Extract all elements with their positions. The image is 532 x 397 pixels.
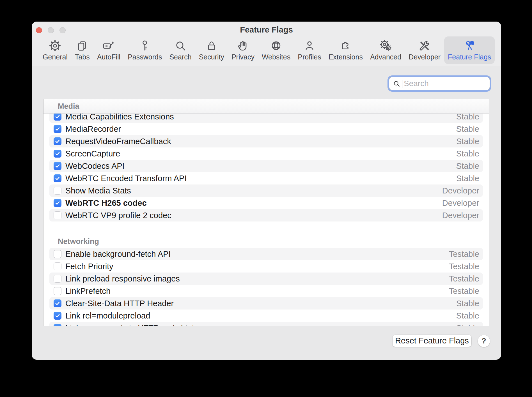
status-label: Stable <box>456 310 479 322</box>
tab-developer[interactable]: Developer <box>405 36 444 64</box>
feature-row: WebRTC Encoded Transform APIStable <box>43 172 489 184</box>
feature-checkbox[interactable] <box>54 312 61 320</box>
feature-checkbox[interactable] <box>54 275 61 283</box>
feature-row: WebCodecs APIStable <box>43 160 489 172</box>
status-label: Developer <box>442 197 479 209</box>
feature-row: Link preconnect via HTTP early hintsStab… <box>43 322 489 326</box>
status-label: Testable <box>449 285 479 297</box>
feature-row: WebRTC H265 codecDeveloper <box>43 197 489 209</box>
feature-label: WebCodecs API <box>65 160 125 172</box>
feature-checkbox[interactable] <box>54 162 61 170</box>
tab-label: Extensions <box>329 53 363 61</box>
tab-profiles[interactable]: Profiles <box>294 36 325 64</box>
tools-icon <box>418 39 431 53</box>
tab-label: Feature Flags <box>448 53 491 61</box>
desktop-background: Feature Flags GeneralTabsAutoFillPasswor… <box>0 0 532 397</box>
feature-row: Enable background-fetch APITestable <box>43 248 489 260</box>
feature-checkbox[interactable] <box>54 174 61 182</box>
tab-general[interactable]: General <box>39 36 71 64</box>
feature-checkbox[interactable] <box>54 211 61 219</box>
status-label: Testable <box>449 260 479 273</box>
tab-label: Tabs <box>75 53 90 61</box>
tab-search[interactable]: Search <box>166 36 195 64</box>
feature-checkbox[interactable] <box>54 114 61 121</box>
status-label: Testable <box>449 273 479 285</box>
tab-tabs[interactable]: Tabs <box>71 36 93 64</box>
window-title: Feature Flags <box>32 25 501 34</box>
safari-settings-window: Feature Flags GeneralTabsAutoFillPasswor… <box>32 22 501 360</box>
feature-row: Clear-Site-Data HTTP HeaderStable <box>43 297 489 310</box>
feature-row: Link preload responsive imagesTestable <box>43 273 489 285</box>
feature-checkbox[interactable] <box>54 324 61 326</box>
feature-label: MediaRecorder <box>65 123 121 135</box>
feature-label: Link preload responsive images <box>65 273 180 285</box>
search-field <box>389 77 490 90</box>
tab-extensions[interactable]: Extensions <box>325 36 366 64</box>
feature-checkbox[interactable] <box>54 299 61 307</box>
tab-label: Security <box>199 53 224 61</box>
tab-privacy[interactable]: Privacy <box>228 36 258 64</box>
feature-checkbox[interactable] <box>54 150 61 158</box>
status-label: Stable <box>456 297 479 310</box>
tab-feature-flags[interactable]: Feature Flags <box>444 36 495 64</box>
feature-label: WebRTC H265 codec <box>65 197 147 209</box>
gears-icon <box>379 39 392 53</box>
feature-row: Link rel=modulepreloadStable <box>43 310 489 322</box>
feature-checkbox[interactable] <box>54 187 61 195</box>
feature-label: ScreenCapture <box>65 147 120 160</box>
feature-label: Fetch Priority <box>65 260 113 273</box>
feature-label: Link rel=modulepreload <box>65 310 150 322</box>
feature-checkbox[interactable] <box>54 287 61 295</box>
person-icon <box>303 39 316 53</box>
feature-label: Media Capabilities Extensions <box>65 114 174 123</box>
feature-checkbox[interactable] <box>54 250 61 258</box>
feature-checkbox[interactable] <box>54 199 61 207</box>
lock-icon <box>205 39 218 53</box>
tab-label: Developer <box>409 53 441 61</box>
feature-label: RequestVideoFrameCallback <box>65 135 171 147</box>
status-label: Developer <box>442 209 479 221</box>
tab-label: Websites <box>262 53 290 61</box>
status-label: Stable <box>456 160 479 172</box>
feature-label: Enable background-fetch API <box>65 248 171 260</box>
feature-label: WebRTC VP9 profile 2 codec <box>65 209 171 221</box>
section-gap <box>43 221 489 234</box>
status-label: Stable <box>456 147 479 160</box>
gear-icon <box>49 39 61 53</box>
autofill-icon <box>102 39 115 53</box>
status-label: Stable <box>456 123 479 135</box>
status-label: Developer <box>442 184 479 197</box>
magnifier-icon <box>174 39 187 53</box>
feature-list-scroll[interactable]: Media Capabilities ExtensionsStableMedia… <box>43 114 489 326</box>
puzzle-icon <box>339 39 352 53</box>
globe-icon <box>270 39 283 53</box>
tab-passwords[interactable]: Passwords <box>124 36 166 64</box>
section-header: Networking <box>43 234 489 248</box>
status-label: Stable <box>456 135 479 147</box>
status-label: Stable <box>456 322 479 326</box>
tab-advanced[interactable]: Advanced <box>366 36 405 64</box>
feature-row: WebRTC VP9 profile 2 codecDeveloper <box>43 209 489 221</box>
feature-checkbox[interactable] <box>54 262 61 270</box>
tab-label: Profiles <box>298 53 321 61</box>
feature-flags-table: Media Media Capabilities ExtensionsStabl… <box>43 99 489 326</box>
feature-row: LinkPrefetchTestable <box>43 285 489 297</box>
tab-security[interactable]: Security <box>195 36 228 64</box>
reset-feature-flags-button[interactable]: Reset Feature Flags <box>393 335 471 347</box>
help-button[interactable]: ? <box>478 335 490 347</box>
feature-row: ScreenCaptureStable <box>43 147 489 160</box>
tab-websites[interactable]: Websites <box>258 36 294 64</box>
tab-autofill[interactable]: AutoFill <box>93 36 124 64</box>
status-label: Stable <box>456 172 479 184</box>
feature-label: Clear-Site-Data HTTP Header <box>65 297 174 310</box>
feature-label: WebRTC Encoded Transform API <box>65 172 187 184</box>
feature-row: RequestVideoFrameCallbackStable <box>43 135 489 147</box>
hand-icon <box>237 39 249 53</box>
feature-row: Show Media StatsDeveloper <box>43 184 489 197</box>
feature-checkbox[interactable] <box>54 125 61 133</box>
search-input[interactable] <box>389 77 490 90</box>
feature-checkbox[interactable] <box>54 137 61 145</box>
tab-label: Advanced <box>370 53 401 61</box>
feature-row: Fetch PriorityTestable <box>43 260 489 273</box>
status-label: Testable <box>449 248 479 260</box>
